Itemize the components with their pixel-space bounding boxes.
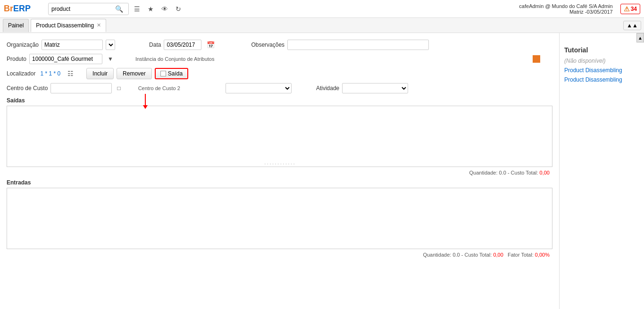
localizador-label: Localizador bbox=[7, 70, 35, 77]
row-produto: Produto ▼ Instância do Conjunto de Atrib… bbox=[7, 54, 552, 64]
logo: BrERP bbox=[4, 4, 42, 14]
entradas-summary: Quantidade: 0.0 - Custo Total: 0,00 Fato… bbox=[7, 251, 552, 259]
incluir-btn[interactable]: Incluir bbox=[86, 68, 114, 79]
produto-label: Produto bbox=[7, 56, 26, 62]
centro-custo-label: Centro de Custo bbox=[7, 85, 48, 92]
user-info: cafeAdmin @ Mundo do Café S/A Admin Matr… bbox=[519, 3, 612, 15]
data-label: Data bbox=[149, 42, 161, 48]
saidas-summary: Quantidade: 0.0 - Custo Total: 0,00 bbox=[7, 169, 552, 176]
fator-val: 0,00% bbox=[535, 252, 550, 258]
alert-count: 34 bbox=[631, 6, 637, 12]
atividade-select[interactable] bbox=[342, 83, 408, 93]
collapse-sidebar-btn[interactable]: ▲▲ bbox=[623, 21, 641, 30]
row-localizador: Localizador 1 * 1 * 0 ☷ Incluir Remover … bbox=[7, 68, 552, 79]
menu-icon-btn[interactable]: ☰ bbox=[132, 4, 142, 14]
row-centro-custo: Centro de Custo □ Centro de Custo 2 Ativ… bbox=[7, 83, 552, 93]
entradas-header: Entradas bbox=[7, 179, 552, 186]
sidebar-title: Tutorial bbox=[564, 46, 639, 54]
atividade-label: Atividade bbox=[316, 85, 339, 92]
produto-lookup-icon[interactable]: ▼ bbox=[105, 55, 116, 63]
tabsbar: Painel Product Disassembling ✕ ▲▲ bbox=[0, 18, 644, 33]
orange-square-indicator[interactable] bbox=[533, 55, 540, 63]
saida-checkbox[interactable] bbox=[160, 71, 166, 76]
centro-custo-new-icon[interactable]: □ bbox=[115, 84, 123, 92]
search-input[interactable] bbox=[51, 6, 113, 12]
observacoes-label: Observações bbox=[251, 42, 284, 48]
remover-btn[interactable]: Remover bbox=[117, 68, 152, 79]
observacoes-input[interactable] bbox=[287, 40, 429, 50]
tab-close-icon[interactable]: ✕ bbox=[97, 22, 101, 28]
calendar-icon-btn[interactable]: 📅 bbox=[204, 40, 217, 50]
tab-product-disassembling[interactable]: Product Disassembling ✕ bbox=[31, 19, 106, 32]
entradas-qty-label: Quantidade: 0.0 - Custo Total: bbox=[423, 252, 492, 258]
alert-badge[interactable]: ⚠ 34 bbox=[620, 4, 640, 14]
localizador-icon-btn[interactable]: ☷ bbox=[65, 69, 76, 78]
logo-text: BrERP bbox=[4, 4, 31, 14]
row-organizacao: Organização Data 📅 Observações bbox=[7, 40, 552, 50]
entradas-grid bbox=[7, 188, 552, 249]
saidas-qty-label: Quantidade: 0.0 - Custo Total: bbox=[469, 170, 538, 175]
organizacao-label: Organização bbox=[7, 42, 39, 48]
user-line2: Matriz -03/05/2017 bbox=[519, 9, 612, 15]
alert-icon: ⚠ bbox=[624, 5, 630, 13]
fator-label: Fator Total: bbox=[508, 252, 534, 258]
sidebar-item-link1[interactable]: Product Disassembling bbox=[564, 67, 639, 74]
main-layout: Organização Data 📅 Observações Produto ▼… bbox=[0, 33, 644, 309]
produto-input[interactable] bbox=[29, 54, 102, 64]
saida-btn[interactable]: Saída bbox=[155, 68, 188, 79]
instancia-group: Instância do Conjunto de Atributos bbox=[135, 56, 215, 62]
saidas-grid: · · · · · · · · · · · · bbox=[7, 106, 552, 167]
instancia-label: Instância do Conjunto de Atributos bbox=[135, 56, 215, 62]
centro-custo-input[interactable] bbox=[50, 83, 112, 93]
topbar: BrERP 🔍 ☰ ★ 👁 ↻ cafeAdmin @ Mundo do Caf… bbox=[0, 0, 644, 18]
localizador-value: 1 * 1 * 0 bbox=[40, 70, 60, 77]
cc2-group: Centro de Custo 2 bbox=[138, 85, 180, 91]
saidas-custo-val: 0,00 bbox=[540, 170, 550, 175]
organizacao-select[interactable] bbox=[106, 40, 115, 50]
view-icon-btn[interactable]: 👁 bbox=[159, 4, 170, 14]
bookmark-icon-btn[interactable]: ★ bbox=[145, 4, 156, 14]
sidebar: ▲ Tutorial (Não disponível) Product Disa… bbox=[559, 33, 644, 309]
user-line1: cafeAdmin @ Mundo do Café S/A Admin bbox=[519, 3, 612, 9]
search-box[interactable]: 🔍 bbox=[48, 3, 129, 15]
tab-painel[interactable]: Painel bbox=[3, 19, 29, 32]
data-input[interactable] bbox=[164, 40, 201, 50]
saidas-header: Saídas bbox=[7, 97, 552, 104]
organizacao-input[interactable] bbox=[42, 40, 103, 50]
cc2-label: Centro de Custo 2 bbox=[138, 85, 180, 91]
sidebar-item-link2[interactable]: Product Disassembling bbox=[564, 76, 639, 83]
entradas-custo-val: 0,00 bbox=[493, 252, 503, 258]
sidebar-item-unavailable: (Não disponível) bbox=[564, 58, 639, 64]
search-icon-btn[interactable]: 🔍 bbox=[113, 4, 125, 14]
cc2-select[interactable] bbox=[226, 83, 292, 93]
refresh-icon-btn[interactable]: ↻ bbox=[173, 4, 184, 14]
saidas-resize-handle[interactable]: · · · · · · · · · · · · bbox=[265, 161, 295, 167]
tab-painel-label: Painel bbox=[8, 22, 24, 29]
tab-product-disassembling-label: Product Disassembling bbox=[36, 22, 94, 29]
content-area: Organização Data 📅 Observações Produto ▼… bbox=[0, 33, 559, 309]
sidebar-scroll-up-btn[interactable]: ▲ bbox=[636, 33, 644, 42]
